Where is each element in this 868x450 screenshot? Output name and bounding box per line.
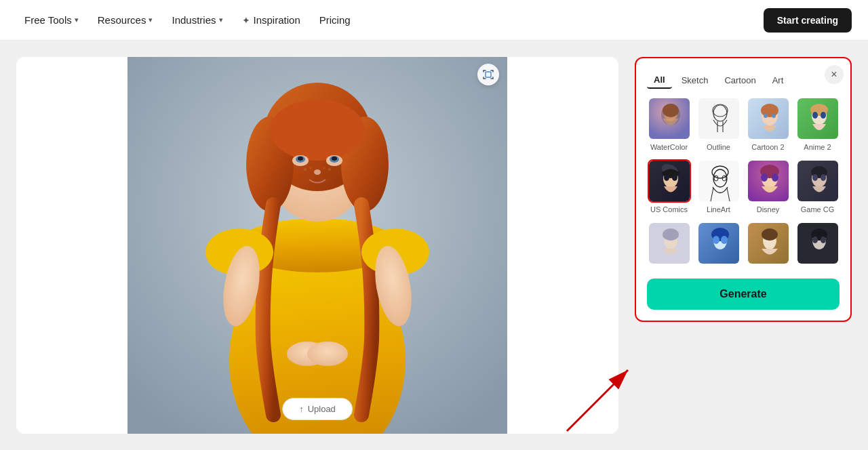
svg-point-68 [821,174,826,181]
svg-rect-27 [486,72,491,77]
main-content: ↑ Upload × All Sketch Cartoon Art [0,41,868,450]
r4-thumbnail [797,223,840,265]
style-thumb-watercolor [648,97,691,140]
style-item-lineart[interactable]: LineArt [696,159,741,213]
image-panel: ↑ Upload [16,57,618,434]
style-grid-row3 [647,222,840,268]
svg-point-75 [713,236,719,244]
uscomics-thumbnail [649,161,691,203]
navbar: Free Tools ▾ Resources ▾ Industries ▾ ✦ … [0,0,868,41]
style-thumb-gamecg [796,159,840,203]
r1-thumbnail [649,223,691,265]
style-item-r4[interactable] [795,222,840,268]
style-item-uscomics[interactable]: US Comics [647,159,691,213]
svg-point-67 [812,174,818,181]
style-thumb-cartoon2 [747,97,790,140]
start-creating-button[interactable]: Start creating [764,8,852,33]
svg-point-62 [761,173,768,182]
style-thumb-disney [747,159,790,203]
style-label-lineart: LineArt [707,205,730,213]
chevron-down-icon: ▾ [149,16,153,24]
style-label-cartoon2: Cartoon 2 [751,143,784,151]
style-grid-row1: WaterColor Outline [647,97,840,151]
style-thumb-uscomics [648,159,691,203]
svg-point-84 [821,237,826,243]
style-label-anime2: Anime 2 [804,143,831,151]
style-item-r1[interactable] [647,222,691,268]
style-thumb-r2 [697,222,741,265]
chevron-down-icon: ▾ [219,16,223,24]
nav-pricing[interactable]: Pricing [311,9,359,31]
svg-rect-52 [698,161,741,203]
svg-point-45 [812,112,818,119]
svg-point-41 [772,114,776,118]
r2-thumbnail [698,223,741,265]
style-label-outline: Outline [707,143,730,151]
svg-point-63 [772,173,778,182]
style-thumb-r1 [648,222,691,265]
style-item-gamecg[interactable]: Game CG [795,159,840,213]
style-thumb-lineart [697,159,741,203]
r3-thumbnail [748,223,790,265]
svg-point-17 [304,168,307,171]
watercolor-thumbnail [649,98,691,140]
style-label-disney: Disney [757,205,780,213]
scan-icon [482,68,494,81]
spark-icon: ✦ [242,15,250,26]
style-item-outline[interactable]: Outline [696,97,741,151]
nav-inspiration[interactable]: ✦ Inspiration [234,9,309,31]
nav-industries[interactable]: Industries ▾ [163,9,231,31]
svg-point-26 [307,342,348,366]
style-item-r2[interactable] [696,222,741,268]
photo-placeholder [127,57,507,434]
style-item-anime2[interactable]: Anime 2 [795,97,840,151]
svg-point-46 [821,112,826,119]
style-panel: × All Sketch Cartoon Art [635,57,852,322]
svg-point-20 [328,168,331,171]
scan-button[interactable] [477,64,499,85]
lineart-thumbnail [698,161,741,203]
svg-point-50 [664,174,669,181]
style-label-uscomics: US Comics [650,205,688,213]
svg-point-40 [764,114,768,118]
svg-point-76 [721,236,728,244]
right-panel-wrapper: × All Sketch Cartoon Art [635,57,852,434]
upload-area[interactable]: ↑ Upload [282,398,353,420]
close-button[interactable]: × [825,65,844,84]
style-label-watercolor: WaterColor [650,143,688,151]
style-item-r3[interactable] [746,222,790,268]
gamecg-thumbnail [797,161,840,203]
style-item-cartoon2[interactable]: Cartoon 2 [746,97,790,151]
generate-button[interactable]: Generate [647,279,840,310]
style-thumb-r3 [747,222,790,265]
svg-point-14 [298,157,303,161]
tab-all[interactable]: All [647,72,672,89]
svg-point-16 [314,169,321,175]
anime2-thumbnail [797,98,840,140]
style-thumb-r4 [796,222,840,265]
svg-point-83 [812,237,818,243]
svg-point-9 [270,100,365,161]
tab-sketch[interactable]: Sketch [675,73,715,88]
disney-thumbnail [748,161,790,203]
photo-container [127,57,507,434]
nav-left: Free Tools ▾ Resources ▾ Industries ▾ ✦ … [16,9,359,31]
tab-art[interactable]: Art [766,73,791,88]
svg-point-51 [672,174,677,181]
svg-point-31 [663,104,679,117]
cartoon2-thumbnail [748,98,790,140]
chevron-down-icon: ▾ [75,16,79,24]
tab-cartoon[interactable]: Cartoon [717,73,762,88]
svg-point-39 [761,104,778,117]
style-item-watercolor[interactable]: WaterColor [647,97,691,151]
svg-point-15 [332,157,337,161]
nav-free-tools[interactable]: Free Tools ▾ [16,9,87,31]
style-item-disney[interactable]: Disney [746,159,790,213]
nav-resources[interactable]: Resources ▾ [90,9,161,31]
style-tabs: All Sketch Cartoon Art [647,72,840,89]
style-grid-row2: US Comics [647,159,840,213]
photo-svg [127,57,507,434]
style-thumb-outline [697,97,741,140]
svg-point-18 [310,167,312,169]
svg-point-19 [323,167,326,169]
